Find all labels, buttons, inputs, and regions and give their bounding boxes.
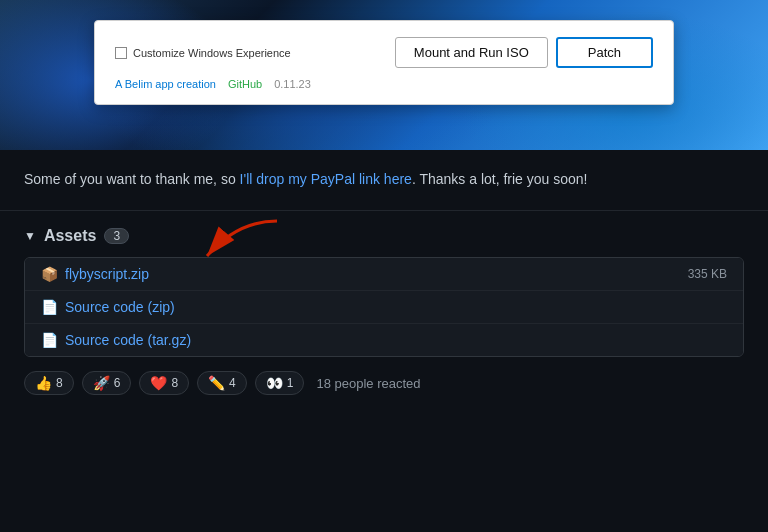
rocket-count: 6 [114, 376, 121, 390]
pencil-count: 4 [229, 376, 236, 390]
thumbsup-emoji: 👍 [35, 375, 52, 391]
asset-item-source-targz[interactable]: 📄 Source code (tar.gz) [25, 324, 743, 356]
description-text-before: Some of you want to thank me, so [24, 171, 240, 187]
checkbox-label: Customize Windows Experience [133, 47, 291, 59]
reaction-thumbsup[interactable]: 👍 8 [24, 371, 74, 395]
assets-section: ▼ Assets 3 📦 flybyscript.zip 335 KB [0, 227, 768, 357]
assets-title: Assets [44, 227, 96, 245]
paypal-link[interactable]: I'll drop my PayPal link here [240, 171, 412, 187]
asset-size-flybyscript: 335 KB [688, 267, 727, 281]
zip-package-icon: 📦 [41, 266, 57, 282]
source-targz-icon: 📄 [41, 332, 57, 348]
asset-list: 📦 flybyscript.zip 335 KB 📄 Source code (… [24, 257, 744, 357]
reaction-heart[interactable]: ❤️ 8 [139, 371, 189, 395]
hero-image-section: Customize Windows Experience Mount and R… [0, 0, 768, 150]
patch-button[interactable]: Patch [556, 37, 653, 68]
asset-left-flybyscript: 📦 flybyscript.zip [41, 266, 149, 282]
heart-emoji: ❤️ [150, 375, 167, 391]
asset-name-source-targz: Source code (tar.gz) [65, 332, 191, 348]
asset-left-source-targz: 📄 Source code (tar.gz) [41, 332, 191, 348]
eyes-emoji: 👀 [266, 375, 283, 391]
belim-link[interactable]: A Belim app creation [115, 78, 216, 90]
asset-item-source-zip[interactable]: 📄 Source code (zip) [25, 291, 743, 324]
assets-header: ▼ Assets 3 [24, 227, 744, 245]
thumbsup-count: 8 [56, 376, 63, 390]
reactions-bar: 👍 8 🚀 6 ❤️ 8 ✏️ 4 👀 1 18 people reacted [0, 357, 768, 409]
assets-count-badge: 3 [104, 228, 129, 244]
reactions-text: 18 people reacted [316, 376, 420, 391]
eyes-count: 1 [287, 376, 294, 390]
dialog-top-row: Customize Windows Experience Mount and R… [115, 37, 653, 68]
red-arrow-svg [177, 216, 297, 276]
customize-checkbox[interactable] [115, 47, 127, 59]
divider [0, 210, 768, 211]
heart-count: 8 [171, 376, 178, 390]
mount-run-iso-button[interactable]: Mount and Run ISO [395, 37, 548, 68]
app-dialog: Customize Windows Experience Mount and R… [94, 20, 674, 105]
assets-toggle[interactable]: ▼ [24, 229, 36, 243]
checkbox-area: Customize Windows Experience [115, 47, 291, 59]
source-zip-icon: 📄 [41, 299, 57, 315]
reaction-rocket[interactable]: 🚀 6 [82, 371, 132, 395]
description-paragraph: Some of you want to thank me, so I'll dr… [24, 168, 744, 190]
dialog-bottom-row: A Belim app creation GitHub 0.11.23 [115, 78, 653, 90]
asset-name-flybyscript: flybyscript.zip [65, 266, 149, 282]
asset-name-source-zip: Source code (zip) [65, 299, 175, 315]
content-area: Some of you want to thank me, so I'll dr… [0, 150, 768, 190]
version-text: 0.11.23 [274, 78, 311, 90]
github-link[interactable]: GitHub [228, 78, 262, 90]
description-text-after: . Thanks a lot, frie you soon! [412, 171, 588, 187]
asset-left-source-zip: 📄 Source code (zip) [41, 299, 175, 315]
rocket-emoji: 🚀 [93, 375, 110, 391]
reaction-pencil[interactable]: ✏️ 4 [197, 371, 247, 395]
dialog-buttons: Mount and Run ISO Patch [395, 37, 653, 68]
asset-item-flybyscript[interactable]: 📦 flybyscript.zip 335 KB [25, 258, 743, 291]
pencil-emoji: ✏️ [208, 375, 225, 391]
reaction-eyes[interactable]: 👀 1 [255, 371, 305, 395]
